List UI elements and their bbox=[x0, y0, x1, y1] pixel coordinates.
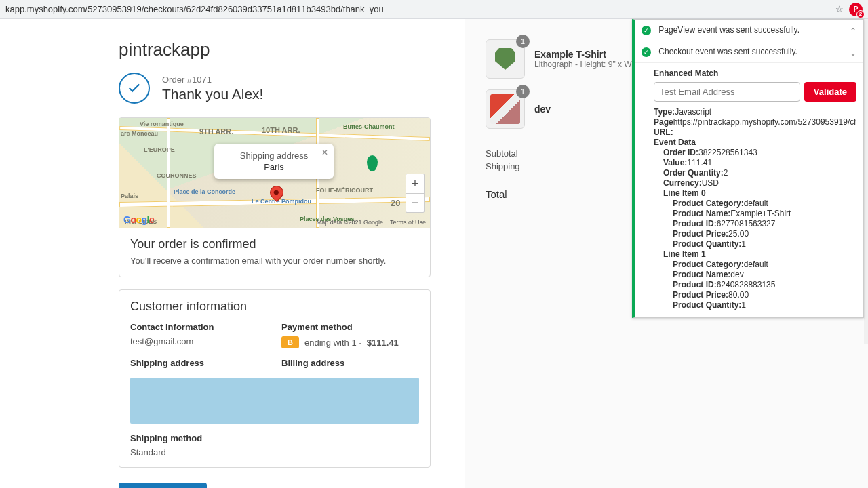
type-value: Javascript bbox=[675, 107, 711, 117]
pqty-value: 1 bbox=[741, 239, 746, 249]
page-url: https://pintrackapp.myshopify.com/527309… bbox=[673, 117, 856, 127]
total-label: Total bbox=[486, 188, 507, 200]
map-label: L'EUROPE bbox=[144, 146, 175, 153]
map-label: 9TH ARR. bbox=[199, 127, 233, 136]
pcat-label: Product Category: bbox=[673, 199, 744, 208]
pname-label: Product Name: bbox=[673, 270, 730, 279]
item-name: dev bbox=[534, 104, 551, 115]
expand-icon[interactable]: ⌄ bbox=[850, 48, 856, 58]
map-infowindow: ✕ Shipping address Paris bbox=[214, 144, 334, 179]
event-row[interactable]: ✓ Checkout event was sent successfully. … bbox=[635, 41, 863, 63]
confirmed-heading: Your order is confirmed bbox=[130, 237, 419, 251]
qty-value: 2 bbox=[724, 168, 728, 178]
infowindow-city: Paris bbox=[224, 162, 324, 172]
pid-label: Product ID: bbox=[673, 219, 717, 228]
currency-label: Currency: bbox=[663, 178, 702, 188]
map-label: Buttes-Chaumont bbox=[343, 123, 395, 130]
map-attribution[interactable]: Map data ©2021 Google bbox=[317, 219, 383, 226]
contact-email: test@gmail.com bbox=[130, 336, 268, 346]
pqty-value: 1 bbox=[741, 300, 746, 310]
map-label: Palais bbox=[121, 192, 138, 199]
map-label: COURONNES bbox=[157, 172, 197, 179]
zoom-out-button[interactable]: − bbox=[406, 193, 424, 212]
map-label: Vie romantique bbox=[140, 121, 184, 127]
map-label: 20 bbox=[391, 198, 400, 208]
extension-badge: 2 bbox=[856, 10, 865, 18]
event-message: PageView event was sent successfully. bbox=[658, 25, 800, 35]
currency-value: USD bbox=[702, 178, 719, 188]
success-check-icon bbox=[119, 73, 150, 104]
value-value: 111.41 bbox=[687, 158, 712, 167]
success-dot-icon: ✓ bbox=[642, 47, 651, 57]
tag-helper-panel: ✓ PageView event was sent successfully. … bbox=[632, 19, 864, 318]
confirmed-sub: You'll receive a confirmation email with… bbox=[130, 256, 419, 266]
payment-ending: ending with 1 · bbox=[304, 338, 361, 348]
event-row[interactable]: ✓ PageView event was sent successfully. … bbox=[635, 20, 863, 41]
order-id-label: Order ID: bbox=[663, 148, 698, 157]
order-number: Order #1071 bbox=[162, 75, 263, 85]
panel-scrollbar[interactable] bbox=[864, 19, 868, 344]
infowindow-close-icon[interactable]: ✕ bbox=[321, 148, 328, 157]
browser-address-bar: kapp.myshopify.com/52730953919/checkouts… bbox=[0, 0, 868, 19]
collapse-icon[interactable]: ⌃ bbox=[850, 26, 856, 36]
value-label: Value: bbox=[663, 158, 687, 167]
url-text[interactable]: kapp.myshopify.com/52730953919/checkouts… bbox=[5, 4, 830, 14]
subtotal-label: Subtotal bbox=[486, 148, 518, 159]
zoom-in-button[interactable]: + bbox=[406, 174, 424, 193]
pqty-label: Product Quantity: bbox=[673, 239, 741, 249]
pcat-label: Product Category: bbox=[673, 260, 744, 269]
pid-label: Product ID: bbox=[673, 280, 717, 289]
pcat-value: default bbox=[744, 260, 768, 269]
shipping-map[interactable]: Vie romantique 9TH ARR. 10TH ARR. Buttes… bbox=[119, 118, 430, 228]
shipping-label: Shipping bbox=[486, 161, 520, 171]
pcat-value: default bbox=[744, 199, 768, 208]
billing-address-label: Billing address bbox=[281, 358, 419, 368]
infowindow-title: Shipping address bbox=[224, 150, 324, 161]
product-thumbnail: 1 bbox=[486, 39, 525, 79]
pprice-value: 80.00 bbox=[728, 290, 749, 300]
payment-method-label: Payment method bbox=[281, 322, 419, 332]
pqty-label: Product Quantity: bbox=[673, 300, 741, 310]
type-label: Type: bbox=[654, 107, 675, 117]
google-logo[interactable]: Google bbox=[123, 214, 154, 225]
shipping-method-value: Standard bbox=[130, 447, 419, 458]
map-label: arc Monceau bbox=[121, 130, 158, 137]
map-terms-link[interactable]: Terms of Use bbox=[390, 219, 426, 226]
success-dot-icon: ✓ bbox=[642, 26, 651, 35]
pinterest-extension-icon[interactable]: P 2 bbox=[849, 3, 863, 16]
shipping-address-label: Shipping address bbox=[130, 358, 268, 368]
item-qty-badge: 1 bbox=[516, 85, 530, 98]
validate-button[interactable]: Validate bbox=[804, 82, 856, 102]
item-qty-badge: 1 bbox=[516, 35, 530, 48]
product-thumbnail: 1 bbox=[486, 89, 525, 129]
address-redacted-block bbox=[130, 378, 419, 424]
pid-value: 6277081563327 bbox=[717, 219, 776, 228]
pprice-label: Product Price: bbox=[673, 229, 728, 239]
qty-label: Order Quantity: bbox=[663, 168, 724, 178]
event-data-label: Event Data bbox=[654, 138, 696, 147]
pname-label: Product Name: bbox=[673, 209, 730, 218]
map-label: Place de la Concorde bbox=[174, 188, 235, 195]
test-email-input[interactable] bbox=[654, 82, 800, 102]
continue-button[interactable] bbox=[119, 483, 207, 488]
pprice-value: 25.00 bbox=[728, 229, 749, 239]
enhanced-match-label: Enhanced Match bbox=[654, 68, 856, 78]
map-label: FOLIE-MÉRICOURT bbox=[316, 187, 373, 194]
map-zoom-control: + − bbox=[406, 174, 425, 213]
contact-info-label: Contact information bbox=[130, 322, 268, 332]
url-label: URL: bbox=[654, 127, 673, 137]
shipping-method-label: Shipping method bbox=[130, 433, 419, 443]
pname-value: Example+T-Shirt bbox=[730, 209, 791, 218]
bookmark-star-icon[interactable]: ☆ bbox=[835, 4, 844, 14]
card-brand-badge: B bbox=[281, 336, 299, 348]
map-label: Le Centre Pompidou bbox=[252, 198, 311, 205]
pid-value: 6240828883135 bbox=[717, 280, 776, 289]
event-message: Checkout event was sent successfully. bbox=[658, 47, 797, 56]
order-id-value: 3822528561343 bbox=[698, 148, 757, 157]
page-label: Page bbox=[654, 117, 673, 127]
thank-you-heading: Thank you Alex! bbox=[162, 86, 263, 102]
line-item-1-label: Line Item 1 bbox=[663, 249, 706, 259]
payment-amount: $111.41 bbox=[367, 338, 399, 348]
store-name[interactable]: pintrackapp bbox=[119, 39, 431, 60]
customer-info-heading: Customer information bbox=[130, 300, 419, 314]
